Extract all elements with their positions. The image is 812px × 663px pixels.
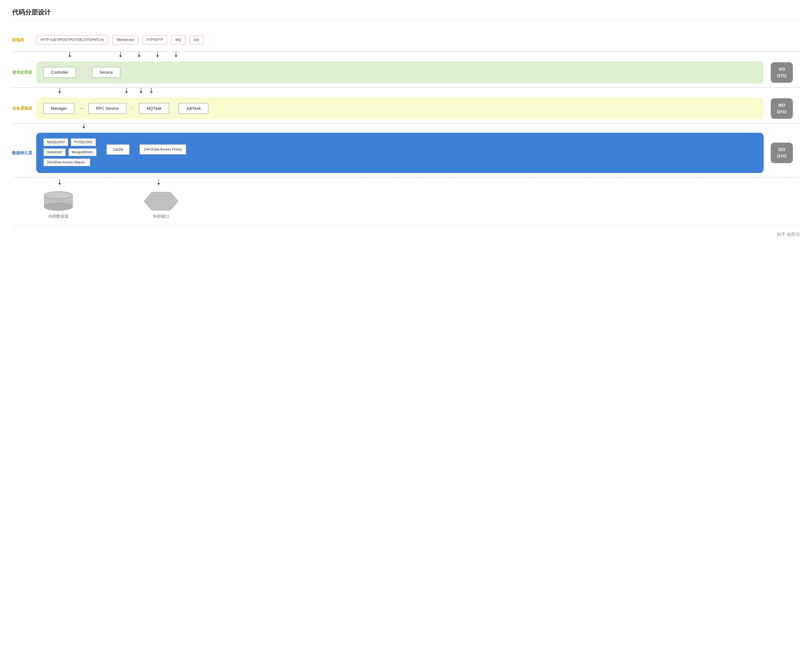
fe-box-mq: MQ xyxy=(171,35,185,45)
persist-bg: MySQLDAO PGSQLDAO RedisDAO MongoDBDAO DA… xyxy=(36,133,763,173)
arrow-group-2 xyxy=(36,88,763,94)
fe-box-job: Job xyxy=(189,35,203,45)
arrow-job-service xyxy=(175,52,177,57)
bo-dto-box: BODTO xyxy=(771,98,793,119)
manager-rpc-arrow: → xyxy=(79,106,84,111)
request-bg: Controller Service xyxy=(36,61,763,83)
bottom-layer: 内部数据源 外部接口 xyxy=(12,185,800,221)
biz-content: Manager → RPC Service ← MQTask JobTask xyxy=(36,97,763,120)
svg-point-2 xyxy=(44,203,73,210)
cache-box: Cache xyxy=(107,144,129,155)
arrow-row-4 xyxy=(12,178,800,185)
vo-dto-box: VODTO xyxy=(771,62,793,83)
fe-box-webservice: Webservice xyxy=(112,35,139,45)
cylinder-svg xyxy=(42,191,74,211)
arrow-group-1 xyxy=(36,52,763,57)
arrow-row-1 xyxy=(12,52,800,57)
bottom-spacer xyxy=(12,191,36,219)
arrow-dao-db xyxy=(58,179,61,185)
frontend-content: HTTP (GET/POST/PUT/DELETE/PATCH) Webserv… xyxy=(36,33,763,47)
svg-marker-6 xyxy=(144,192,178,210)
arrow-webservice-service xyxy=(119,52,121,57)
controller-box: Controller xyxy=(44,67,76,78)
persist-row3: DAO(Data Access Object)... xyxy=(44,158,97,166)
dao-obj-box: DAO(Data Access Object)... xyxy=(44,158,90,166)
redis-dao-box: RedisDAO xyxy=(44,149,66,156)
jobtask-box: JobTask xyxy=(179,103,208,114)
frontend-boxes: HTTP (GET/POST/PUT/DELETE/PATCH) Webserv… xyxy=(36,33,763,47)
persist-cache-col: Cache xyxy=(107,144,129,155)
arrow-http-controller xyxy=(68,52,71,57)
biz-bg: Manager → RPC Service ← MQTask JobTask xyxy=(36,97,763,120)
biz-layer: 业务逻辑层 Manager → RPC Service ← MQTask Job… xyxy=(12,94,800,124)
fe-box-http: HTTP (GET/POST/PUT/DELETE/PATCH) xyxy=(36,35,108,45)
rpc-arrows: ← xyxy=(131,107,134,110)
manager-box: Manager xyxy=(44,103,74,114)
internal-db-item: 内部数据源 xyxy=(42,191,74,219)
request-content: Controller Service xyxy=(36,61,763,83)
request-label: 请求处理层 xyxy=(12,70,36,75)
persist-dap-col: DAP(Data Access Proxy) xyxy=(139,144,186,154)
footer: 知乎 @西召 xyxy=(12,231,800,238)
arrow-to-jobtask xyxy=(150,88,153,94)
persist-row2: RedisDAO MongoDBDAO xyxy=(44,149,97,156)
persist-layer: 数据持久层 MySQLDAO PGSQLDAO RedisDAO MongoDB… xyxy=(12,129,800,178)
do-dto-box: DODTO xyxy=(771,142,793,163)
arrow-rpc-persist xyxy=(82,124,85,129)
service-box: Service xyxy=(92,67,120,78)
arrow-to-mqtask xyxy=(140,88,142,94)
persist-label: 数据持久层 xyxy=(12,150,36,156)
arrow-ctrl-manager xyxy=(58,88,61,94)
bottom-content: 内部数据源 外部接口 xyxy=(36,191,763,219)
internal-db-label: 内部数据源 xyxy=(49,214,68,219)
hexagon-svg xyxy=(143,191,179,211)
persist-row1: MySQLDAO PGSQLDAO xyxy=(44,138,97,146)
diagram-area: 前端层 HTTP (GET/POST/PUT/DELETE/PATCH) Web… xyxy=(12,28,800,221)
bottom-dto-spacer xyxy=(763,191,800,219)
arrow-mq-service xyxy=(156,52,159,57)
persist-dto: DODTO xyxy=(763,133,800,173)
pgsql-dao-box: PGSQLDAO xyxy=(71,138,96,146)
persist-dao-col: MySQLDAO PGSQLDAO RedisDAO MongoDBDAO DA… xyxy=(44,138,97,166)
biz-label: 业务逻辑层 xyxy=(12,106,36,111)
page-title: 代码分层设计 xyxy=(12,8,800,17)
frontend-label: 前端层 xyxy=(12,37,36,43)
request-layer: 请求处理层 Controller Service VODTO xyxy=(12,57,800,88)
mqtask-box: MQTask xyxy=(139,103,169,114)
biz-dto: BODTO xyxy=(763,98,800,119)
frontend-layer: 前端层 HTTP (GET/POST/PUT/DELETE/PATCH) Web… xyxy=(12,28,800,52)
arrow-row-2 xyxy=(12,88,800,94)
mysql-dao-box: MySQLDAO xyxy=(44,138,68,146)
request-dto: VODTO xyxy=(763,62,800,83)
persist-content: MySQLDAO PGSQLDAO RedisDAO MongoDBDAO DA… xyxy=(36,133,763,173)
svg-point-5 xyxy=(44,191,73,199)
external-if-label: 外部接口 xyxy=(153,214,169,219)
arrow-ftp-service xyxy=(138,52,140,57)
arrow-dap-ext xyxy=(157,179,160,185)
fe-box-ftp: FTP/SFTP xyxy=(142,35,167,45)
arrow-svc-rpc xyxy=(125,88,128,94)
external-if-item: 外部接口 xyxy=(143,191,179,219)
arrow-group-3 xyxy=(36,124,763,129)
mongo-dao-box: MongoDBDAO xyxy=(68,149,97,156)
rpc-service-box: RPC Service xyxy=(88,103,126,114)
arrow-group-4 xyxy=(36,178,763,185)
dap-box: DAP(Data Access Proxy) xyxy=(139,144,186,154)
arrow-row-3 xyxy=(12,124,800,129)
